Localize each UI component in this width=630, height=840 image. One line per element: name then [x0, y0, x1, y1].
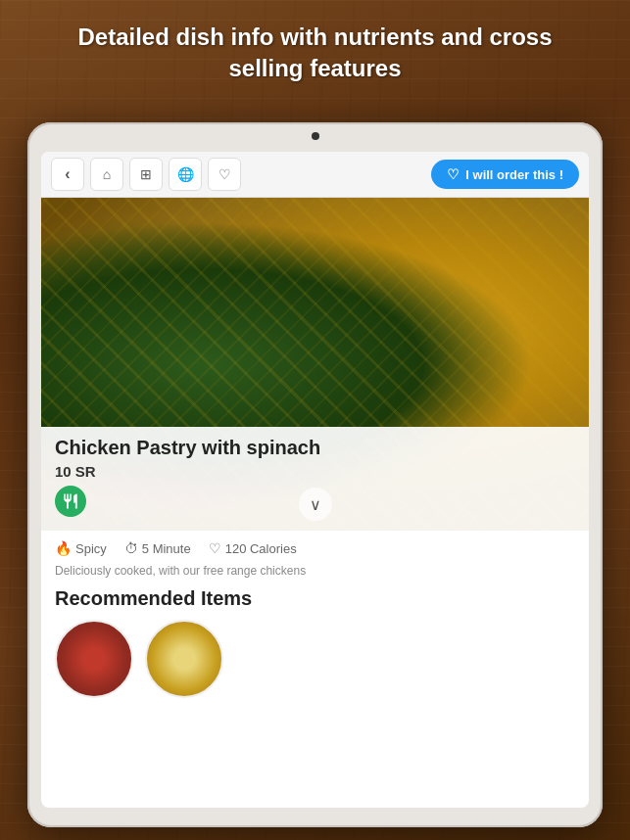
- heart-icon: ♡: [218, 166, 231, 182]
- dish-price: 10 SR: [55, 463, 575, 480]
- heart-button[interactable]: ♡: [208, 158, 241, 191]
- recommended-item-1[interactable]: [55, 620, 133, 698]
- dish-meta: 🔥 Spicy ⏱ 5 Minute ♡ 120 Calories: [55, 540, 575, 556]
- spicy-icon: 🔥: [55, 540, 72, 556]
- back-button[interactable]: ‹: [51, 158, 84, 191]
- spicy-info: 🔥 Spicy: [55, 540, 107, 556]
- globe-button[interactable]: 🌐: [169, 158, 202, 191]
- dish-description: Deliciously cooked, with our free range …: [55, 564, 575, 578]
- ipad-frame: ‹ ⌂ ⊞ 🌐 ♡ ♡ I will order thi: [27, 122, 603, 827]
- content-area: Chicken Pastry with spinach 10 SR ∨: [41, 198, 589, 712]
- fork-icon: [62, 492, 79, 510]
- background: Detailed dish info with nutrients and cr…: [0, 0, 630, 840]
- spicy-label: Spicy: [75, 541, 107, 556]
- time-info: ⏱ 5 Minute: [124, 540, 191, 556]
- order-button[interactable]: ♡ I will order this !: [431, 160, 579, 189]
- recommended-item-2[interactable]: [145, 620, 223, 698]
- calories-info: ♡ 120 Calories: [209, 540, 297, 556]
- grid-button[interactable]: ⊞: [129, 158, 163, 191]
- home-button[interactable]: ⌂: [90, 158, 123, 191]
- calories-label: 120 Calories: [225, 541, 297, 556]
- dish-name: Chicken Pastry with spinach: [55, 437, 575, 459]
- chevron-down-button[interactable]: ∨: [299, 488, 332, 521]
- nav-bar: ‹ ⌂ ⊞ 🌐 ♡ ♡ I will order thi: [41, 152, 589, 198]
- food-image-container: Chicken Pastry with spinach 10 SR ∨: [41, 198, 589, 531]
- ipad-screen: ‹ ⌂ ⊞ 🌐 ♡ ♡ I will order thi: [41, 152, 589, 808]
- order-heart-icon: ♡: [447, 166, 460, 182]
- globe-icon: 🌐: [177, 166, 194, 182]
- page-headline: Detailed dish info with nutrients and cr…: [0, 0, 630, 101]
- ipad-camera: [312, 132, 319, 140]
- clock-icon: ⏱: [124, 540, 138, 556]
- home-icon: ⌂: [103, 166, 111, 182]
- grid-icon: ⊞: [140, 166, 152, 182]
- chevron-down-icon: ∨: [310, 495, 321, 514]
- calories-icon: ♡: [209, 540, 221, 556]
- veg-badge: [55, 486, 86, 517]
- recommended-title: Recommended Items: [55, 587, 575, 610]
- time-label: 5 Minute: [142, 541, 191, 556]
- order-button-label: I will order this !: [465, 167, 563, 182]
- screen-content: ‹ ⌂ ⊞ 🌐 ♡ ♡ I will order thi: [41, 152, 589, 808]
- recommended-row: [55, 620, 575, 704]
- dish-details: 🔥 Spicy ⏱ 5 Minute ♡ 120 Calories: [41, 531, 589, 712]
